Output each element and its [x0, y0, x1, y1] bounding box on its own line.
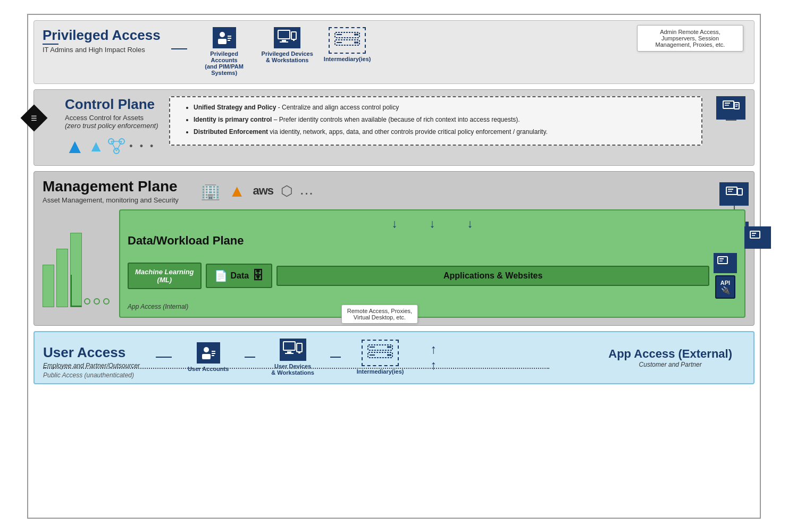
svg-point-14: [354, 33, 356, 36]
pyramid-icon-1: ▲: [65, 135, 85, 158]
connector-right: [726, 120, 736, 121]
svg-rect-7: [280, 41, 288, 43]
svg-rect-34: [737, 189, 742, 195]
privileged-access-section: Admin Remote Access, Jumpservers, Sessio…: [33, 20, 755, 84]
management-inner: ↓ ↓ ↓ Data/Workload Plane Machine Learni…: [43, 209, 745, 318]
logo-hexagon: ⬡: [281, 183, 293, 199]
workload-plane: ↓ ↓ ↓ Data/Workload Plane Machine Learni…: [119, 209, 745, 318]
privileged-title: Privileged Access: [43, 27, 161, 44]
device-icon: [714, 253, 737, 273]
app-external-title: App Access (External): [608, 347, 732, 361]
svg-rect-48: [212, 355, 214, 356]
apps-box: Applications & Websites: [276, 266, 709, 286]
user-connector-line: [156, 357, 172, 358]
control-right-icon: [716, 96, 745, 120]
svg-point-59: [389, 346, 391, 348]
logo-aws: aws: [253, 184, 273, 198]
arrow-down-1: ↓: [392, 217, 398, 231]
svg-point-15: [356, 33, 358, 36]
privileged-intermediary-label: Intermediary(ies): [324, 56, 371, 62]
svg-rect-1: [218, 39, 227, 44]
app-access-internal-label: App Access (Internal): [128, 303, 737, 310]
control-subtitle-italic: (zero trust policy enforcement): [65, 122, 161, 130]
svg-rect-50: [287, 351, 291, 353]
logo-more: ...: [300, 185, 314, 197]
privileged-intermediary-item: Intermediary(ies): [324, 27, 371, 62]
management-header: Management Plane Asset Management, monit…: [43, 178, 745, 204]
svg-rect-49: [283, 342, 295, 350]
user-accounts-icon: [197, 342, 220, 364]
svg-rect-38: [718, 257, 727, 264]
control-title: Control Plane: [65, 96, 161, 113]
connector-line: [171, 48, 187, 49]
api-label: API: [720, 280, 730, 286]
bar-charts: [43, 209, 114, 318]
management-logos: 🏢 ▲ aws ⬡ ...: [200, 181, 314, 201]
svg-point-58: [387, 346, 389, 348]
api-icon: 🔌: [720, 286, 730, 294]
device-api-group: API 🔌: [714, 253, 737, 299]
user-title-area: User Access Employee and Partner/Outsour…: [43, 344, 140, 369]
privileged-subtitle: IT Admins and High Impact Roles: [43, 46, 161, 54]
dot-3: [103, 298, 110, 305]
dot-1: [84, 298, 90, 305]
ml-label: Machine Learning(ML): [135, 268, 194, 284]
control-right-area: [716, 96, 745, 121]
h-line: [43, 44, 58, 45]
api-box: API 🔌: [715, 275, 735, 299]
svg-rect-5: [278, 30, 290, 39]
ml-box: Machine Learning(ML): [128, 263, 202, 289]
file-icon: 📄: [214, 269, 228, 282]
svg-rect-41: [750, 231, 760, 238]
workload-title: Data/Workload Plane: [128, 234, 737, 248]
svg-rect-2: [228, 36, 231, 37]
control-left-panel: Control Plane Access Control for Assets …: [54, 96, 161, 158]
more-dots: • • •: [129, 141, 155, 152]
user-title: User Access: [43, 344, 140, 361]
control-subtitle: Access Control for Assets: [65, 114, 161, 122]
management-right-icon: [719, 182, 749, 206]
svg-rect-47: [212, 353, 215, 354]
svg-point-16: [354, 41, 356, 44]
arrow-up-1: ↑: [430, 342, 437, 357]
control-plane-section: ☰ Control Plane Access Control for Asset…: [33, 89, 755, 166]
pyramid-icon-2: ▲: [88, 137, 104, 155]
bullet2-text: – Prefer identity controls when availabl…: [272, 116, 519, 123]
management-title: Management Plane: [43, 178, 179, 195]
logo-building: 🏢: [200, 181, 221, 201]
svg-rect-51: [285, 353, 294, 354]
user-connector-line2: [245, 357, 255, 358]
bullet3-bold: Distributed Enforcement: [194, 128, 268, 136]
user-connector-line3: [330, 357, 341, 358]
privileged-devices-icon: [274, 27, 300, 48]
user-devices-icon: [280, 339, 306, 361]
svg-rect-46: [212, 351, 215, 352]
arrow-down-2: ↓: [430, 217, 435, 231]
svg-rect-31: [726, 187, 737, 195]
workload-items: Machine Learning(ML) 📄 Data 🗄 Applicatio…: [128, 253, 737, 299]
management-subtitle: Asset Management, monitoring and Securit…: [43, 196, 179, 204]
data-label: Data: [231, 271, 249, 281]
admin-tooltip-text: Admin Remote Access, Jumpservers, Sessio…: [656, 29, 725, 48]
management-plane-section: Management Plane Asset Management, monit…: [33, 171, 755, 326]
privileged-accounts-item: Privileged Accounts(and PIM/PAM Systems): [198, 27, 251, 76]
svg-rect-8: [291, 32, 296, 39]
svg-rect-27: [734, 103, 739, 109]
user-access-section: Remote Access, Proxies,Virtual Desktop, …: [33, 331, 755, 384]
privileged-accounts-icon: [213, 27, 236, 48]
app-external-area: App Access (External) Customer and Partn…: [608, 347, 732, 368]
svg-rect-4: [228, 40, 230, 41]
privileged-intermediary-icon: [329, 27, 366, 54]
network-icon: [107, 137, 126, 155]
privileged-devices-item: Privileged Devices& Workstations: [262, 27, 313, 63]
svg-point-44: [204, 347, 209, 352]
arrow-down-3: ↓: [467, 217, 473, 231]
svg-rect-6: [282, 40, 286, 41]
app-external-subtitle: Customer and Partner: [608, 361, 732, 368]
svg-point-0: [220, 32, 225, 37]
privileged-accounts-label: Privileged Accounts(and PIM/PAM Systems): [198, 50, 251, 76]
remote-tooltip-text: Remote Access, Proxies,Virtual Desktop, …: [347, 308, 412, 320]
control-bullets: Unified Strategy and Policy - Centralize…: [169, 96, 702, 146]
user-intermediary-icon: [362, 340, 399, 366]
svg-point-61: [389, 354, 391, 356]
